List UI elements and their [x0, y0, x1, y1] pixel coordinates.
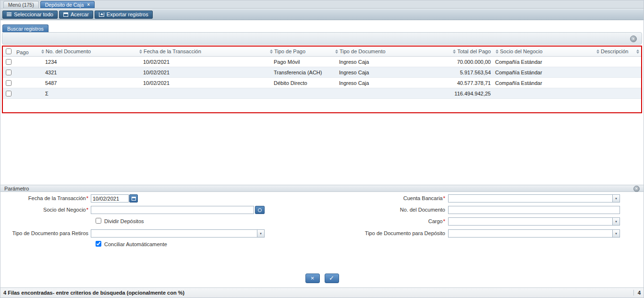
column-header-document-no[interactable]: No. del Documento: [39, 47, 137, 56]
column-header-payment-type[interactable]: Tipo de Pago: [268, 47, 333, 56]
toolbar: Seleccionar todo Acercar Exportar regist…: [0, 9, 644, 20]
table-row[interactable]: 4321 10/02/2021 Transferencia (ACH) Ingr…: [3, 67, 641, 78]
required-marker: *: [443, 195, 445, 201]
column-header-document-type-label: Tipo de Documento: [340, 48, 386, 54]
bank-account-input[interactable]: [448, 194, 612, 203]
column-header-document-type[interactable]: Tipo de Documento: [333, 47, 417, 56]
deposit-document-type-label: Tipo de Documento para Depósito: [298, 229, 445, 238]
column-header-document-no-label: No. del Documento: [46, 48, 91, 54]
withdrawal-document-type-label: Tipo de Documento para Retiros: [0, 229, 88, 238]
parameter-panel-title: Parámetro: [4, 186, 29, 191]
transaction-date-input[interactable]: [91, 194, 129, 203]
calendar-button[interactable]: [129, 194, 138, 203]
tab-menu[interactable]: Menú (175): [3, 1, 39, 8]
charge-combo[interactable]: ▼: [448, 217, 620, 226]
bank-account-combo[interactable]: ▼: [448, 194, 620, 203]
select-all-checkbox[interactable]: [6, 48, 12, 54]
sort-icon[interactable]: [139, 49, 142, 54]
column-header-pago[interactable]: Pago: [15, 47, 39, 56]
row-select-checkbox[interactable]: [6, 80, 12, 86]
required-marker: *: [86, 207, 88, 213]
clear-filter-button[interactable]: ×: [630, 36, 637, 42]
chevron-down-icon[interactable]: ▼: [612, 217, 620, 226]
select-all-label: Seleccionar todo: [14, 12, 53, 17]
deposit-document-type-input[interactable]: [448, 229, 612, 238]
auto-reconcile-label[interactable]: Conciliar Automáticamente: [104, 241, 167, 248]
zoom-button[interactable]: Acercar: [59, 11, 93, 19]
chevron-down-icon[interactable]: ▼: [612, 194, 620, 203]
charge-label: Cargo*: [298, 217, 445, 226]
cancel-button[interactable]: ×: [305, 274, 320, 283]
document-no-label: No. del Documento: [298, 206, 445, 214]
parameter-panel-header: Parámetro ×: [0, 185, 644, 192]
export-records-button[interactable]: Exportar registros: [95, 11, 153, 19]
status-bar: 4 Filas encontradas- entre criterios de …: [0, 287, 644, 298]
cell-payment-type: Pago Móvil: [268, 57, 333, 67]
column-header-business-partner[interactable]: Socio del Negocio: [494, 47, 595, 56]
cell-sum-payment-total: 116.494.942,25: [417, 88, 494, 98]
collapse-panel-button[interactable]: ×: [633, 186, 640, 192]
column-header-description[interactable]: Descripción: [595, 47, 641, 56]
zoom-icon: [63, 12, 68, 17]
search-filter-row[interactable]: ×: [2, 32, 642, 45]
column-header-payment-total-label: Total del Pago: [457, 48, 491, 54]
sort-icon[interactable]: [496, 49, 498, 54]
confirm-button-row: × ✓: [0, 274, 644, 284]
column-header-description-label: Descripción: [601, 48, 628, 54]
column-header-payment-total[interactable]: Total del Pago: [417, 47, 494, 56]
column-header-transaction-date-label: Fecha de la Transacción: [144, 48, 201, 54]
export-icon: [99, 12, 104, 17]
cell-description: [595, 57, 641, 67]
row-select-checkbox[interactable]: [6, 59, 12, 65]
required-marker: *: [86, 195, 88, 201]
tab-deposito-label: Depósito de Caja: [45, 2, 84, 8]
buscar-registros-label: Buscar registros: [7, 26, 44, 32]
cell-description: [595, 78, 641, 88]
chevron-down-icon[interactable]: ▼: [612, 229, 620, 238]
row-select-checkbox[interactable]: [6, 91, 12, 96]
zoom-label: Acercar: [71, 12, 89, 17]
tab-menu-label: Menú (175): [8, 2, 34, 8]
cell-business-partner: Compañía Estándar: [494, 67, 595, 77]
withdrawal-document-type-combo[interactable]: ▼: [91, 229, 265, 238]
select-all-button[interactable]: Seleccionar todo: [2, 11, 58, 19]
tab-buscar-registros[interactable]: Buscar registros: [2, 24, 49, 32]
document-no-input[interactable]: [448, 206, 620, 214]
tab-deposito-de-caja[interactable]: Depósito de Caja ×: [40, 1, 95, 8]
column-header-business-partner-label: Socio del Negocio: [500, 48, 543, 54]
sort-icon[interactable]: [453, 49, 456, 54]
business-partner-label: Socio del Negocio*: [0, 206, 88, 214]
cell-document-no: 5487: [39, 78, 137, 88]
chevron-down-icon[interactable]: ▼: [257, 229, 265, 238]
cell-business-partner: Compañía Estándar: [494, 78, 595, 88]
sort-icon[interactable]: [41, 49, 44, 54]
withdrawal-document-type-input[interactable]: [91, 229, 257, 238]
table-row[interactable]: 1234 10/02/2021 Pago Móvil Ingreso Caja …: [3, 57, 641, 67]
sort-icon[interactable]: [270, 49, 273, 54]
business-partner-search-button[interactable]: [255, 206, 265, 214]
split-deposits-checkbox[interactable]: [96, 218, 101, 224]
charge-input[interactable]: [448, 217, 612, 226]
cancel-icon: ×: [311, 274, 315, 282]
cell-transaction-date: 10/02/2021: [137, 67, 268, 77]
table-row[interactable]: 5487 10/02/2021 Débito Directo Ingreso C…: [3, 78, 641, 88]
row-select-checkbox[interactable]: [6, 70, 12, 75]
results-table: Pago No. del Documento Fecha de la Trans…: [2, 46, 642, 113]
close-icon[interactable]: ×: [87, 2, 90, 7]
split-deposits-label[interactable]: Dividir Depósitos: [104, 218, 144, 225]
empty-table-row: [3, 99, 641, 112]
deposit-document-type-combo[interactable]: ▼: [448, 229, 620, 238]
auto-reconcile-checkbox[interactable]: [96, 241, 101, 247]
table-sum-row[interactable]: Σ 116.494.942,25: [3, 88, 641, 99]
business-partner-input[interactable]: [91, 206, 254, 214]
cell-document-type: Ingreso Caja: [333, 67, 417, 77]
confirm-button[interactable]: ✓: [325, 274, 339, 283]
cell-payment-total: 40.577.378,71: [417, 78, 494, 88]
sort-icon[interactable]: [636, 49, 639, 54]
cell-description: [595, 67, 641, 77]
transaction-date-label: Fecha de la Transacción*: [0, 194, 88, 203]
column-header-transaction-date[interactable]: Fecha de la Transacción: [137, 47, 268, 56]
list-icon: [7, 12, 12, 16]
sort-icon[interactable]: [335, 49, 338, 54]
sort-icon[interactable]: [596, 49, 599, 54]
